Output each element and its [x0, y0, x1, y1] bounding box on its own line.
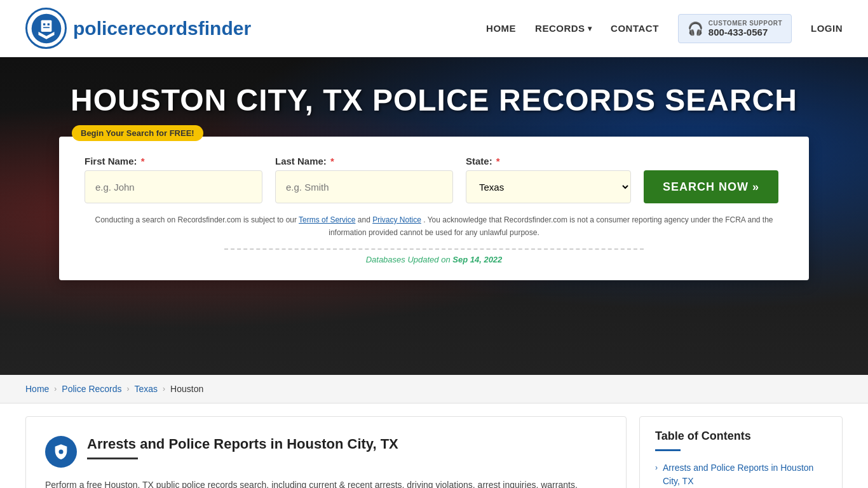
- state-group: State: * AlabamaAlaskaArizonaArkansasCal…: [466, 156, 631, 203]
- search-card: Begin Your Search for FREE! First Name: …: [59, 137, 809, 280]
- first-name-label: First Name: *: [85, 156, 262, 166]
- terms-text: Conducting a search on Recordsfinder.com…: [85, 214, 783, 240]
- breadcrumb-texas[interactable]: Texas: [135, 384, 158, 394]
- breadcrumb-current: Houston: [170, 384, 203, 394]
- article-title: Arrests and Police Reports in Houston Ci…: [87, 436, 398, 452]
- support-phone: 800-433-0567: [709, 27, 782, 37]
- toc-divider: [655, 449, 681, 451]
- svg-rect-3: [47, 23, 49, 25]
- svg-point-5: [59, 450, 64, 454]
- toc-link[interactable]: Arrests and Police Reports in Houston Ci…: [663, 461, 827, 488]
- svg-rect-1: [41, 20, 51, 31]
- nav-home[interactable]: HOME: [486, 23, 516, 34]
- article: Arrests and Police Reports in Houston Ci…: [25, 416, 627, 488]
- support-label: CUSTOMER SUPPORT: [709, 20, 782, 27]
- first-name-group: First Name: *: [85, 156, 262, 203]
- terms-link[interactable]: Terms of Service: [299, 215, 355, 224]
- toc-title: Table of Contents: [655, 430, 827, 443]
- nav-login[interactable]: LOGIN: [811, 23, 843, 34]
- toc-items: ›Arrests and Police Reports in Houston C…: [655, 461, 827, 488]
- main-content: Arrests and Police Reports in Houston Ci…: [0, 403, 868, 488]
- svg-rect-4: [43, 27, 50, 28]
- title-underline: [87, 458, 138, 459]
- divider: [224, 248, 644, 250]
- chevron-down-icon: ▾: [588, 24, 592, 33]
- last-name-label: Last Name: *: [275, 156, 453, 166]
- breadcrumb-police-records[interactable]: Police Records: [62, 384, 121, 394]
- logo-icon: [25, 8, 67, 49]
- main-nav: HOME RECORDS ▾ CONTACT 🎧 CUSTOMER SUPPOR…: [486, 14, 843, 43]
- logo-area: policerecordsfinder: [25, 8, 251, 49]
- state-label: State: *: [466, 156, 631, 166]
- privacy-link[interactable]: Privacy Notice: [372, 215, 421, 224]
- first-name-input[interactable]: [85, 170, 262, 203]
- customer-support-button[interactable]: 🎧 CUSTOMER SUPPORT 800-433-0567: [678, 14, 792, 43]
- db-update-text: Databases Updated on Sep 14, 2022: [85, 255, 783, 264]
- breadcrumb-sep-1: ›: [54, 384, 57, 393]
- sidebar: Table of Contents ›Arrests and Police Re…: [639, 416, 843, 488]
- breadcrumb-sep-3: ›: [163, 384, 165, 393]
- search-form: First Name: * Last Name: * State: *: [85, 156, 783, 203]
- header: policerecordsfinder HOME RECORDS ▾ CONTA…: [0, 0, 868, 57]
- hero-section: HOUSTON CITY, TX POLICE RECORDS SEARCH B…: [0, 57, 868, 375]
- article-body: Perform a free Houston, TX public police…: [45, 478, 607, 488]
- logo-text: policerecordsfinder: [73, 18, 251, 39]
- breadcrumb-home[interactable]: Home: [25, 384, 49, 394]
- badge-icon: [45, 436, 77, 468]
- toc-box: Table of Contents ›Arrests and Police Re…: [639, 416, 843, 488]
- state-select[interactable]: AlabamaAlaskaArizonaArkansasCaliforniaCo…: [466, 170, 631, 203]
- chevron-right-icon: ›: [655, 463, 658, 472]
- last-name-group: Last Name: *: [275, 156, 453, 203]
- free-badge: Begin Your Search for FREE!: [72, 125, 203, 141]
- nav-contact[interactable]: CONTACT: [611, 23, 659, 34]
- last-name-input[interactable]: [275, 170, 453, 203]
- breadcrumb: Home › Police Records › Texas › Houston: [0, 375, 868, 403]
- nav-records[interactable]: RECORDS ▾: [535, 23, 592, 34]
- hero-title: HOUSTON CITY, TX POLICE RECORDS SEARCH: [71, 83, 797, 118]
- hero-content: HOUSTON CITY, TX POLICE RECORDS SEARCH B…: [0, 83, 868, 280]
- toc-item: ›Arrests and Police Reports in Houston C…: [655, 461, 827, 488]
- svg-rect-2: [43, 23, 45, 25]
- headset-icon: 🎧: [688, 21, 703, 36]
- article-header: Arrests and Police Reports in Houston Ci…: [45, 436, 607, 468]
- breadcrumb-sep-2: ›: [127, 384, 130, 393]
- search-now-button[interactable]: SEARCH NOW »: [644, 170, 778, 203]
